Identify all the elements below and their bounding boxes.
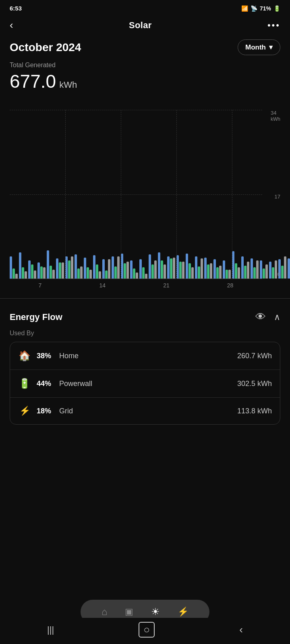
bar-green [207, 264, 209, 279]
home-kwh: 260.7 kWh [237, 352, 272, 360]
bar-group [195, 256, 203, 279]
bar-group [37, 262, 46, 279]
nav-powerwall[interactable]: ▣ [120, 605, 138, 619]
battery-nav-icon: 🔋 [18, 378, 31, 389]
stats-unit: kWh [59, 80, 77, 90]
back-sys-button[interactable]: ‹ [230, 622, 253, 638]
battery-icon: 🔋 [273, 5, 280, 12]
bar-green [253, 267, 256, 279]
bar-green [188, 263, 191, 279]
bar-blue [112, 256, 114, 279]
status-bar: 6:53 📶 📡 71% 🔋 [0, 0, 290, 15]
system-nav: ||| ○ ‹ [0, 618, 290, 644]
bar-gray [247, 262, 249, 279]
home-label: Home [59, 352, 79, 360]
bar-gray [265, 264, 268, 279]
bar-gray [238, 267, 240, 279]
bar-blue [176, 255, 179, 279]
bar-blue [223, 260, 225, 279]
bar-group [260, 260, 268, 279]
bar-group [167, 256, 175, 279]
app-header: ‹ Solar ••• [0, 15, 290, 39]
energy-item-grid: ⚡ 18% Grid 113.8 kWh [10, 398, 280, 424]
y-label-max: 34 kWh [271, 110, 280, 122]
recents-button[interactable]: ||| [37, 623, 64, 637]
bar-group [149, 254, 157, 279]
menu-button[interactable]: ••• [267, 20, 280, 31]
bar-blue [186, 254, 188, 279]
bar-group [10, 256, 18, 279]
bar-green [133, 268, 135, 279]
bar-gray [80, 266, 83, 279]
bar-blue [37, 262, 40, 279]
status-icons: 📶 📡 71% 🔋 [241, 5, 280, 12]
bar-green [68, 260, 70, 279]
powerwall-kwh: 302.5 kWh [237, 380, 272, 388]
y-label-mid: 17 [275, 194, 280, 200]
bar-blue [65, 256, 68, 279]
home-button[interactable]: ○ [139, 622, 155, 638]
collapse-icon[interactable]: ∧ [274, 312, 280, 322]
bar-green [151, 264, 154, 279]
bar-green [12, 268, 15, 279]
nav-solar[interactable]: ☀ [146, 605, 165, 619]
bar-blue [288, 258, 290, 279]
bar-green [124, 263, 126, 279]
bar-group [102, 259, 110, 279]
bar-green [263, 268, 265, 279]
bar-group [251, 258, 259, 279]
bar-blue [241, 256, 244, 279]
bar-gray [117, 256, 120, 279]
grid-kwh: 113.8 kWh [237, 407, 272, 415]
bar-green [142, 267, 145, 279]
nav-grid[interactable]: ⚡ [173, 605, 193, 619]
bar-green [96, 264, 98, 279]
bar-group [65, 256, 73, 279]
bar-blue [121, 254, 123, 279]
bar-blue [232, 251, 234, 279]
period-selector[interactable]: Month ▾ [238, 39, 280, 55]
back-button[interactable]: ‹ [10, 19, 13, 31]
x-label-28: 28 [227, 282, 234, 289]
visibility-icon[interactable]: 👁 [255, 311, 266, 323]
nav-home[interactable]: ⌂ [97, 605, 112, 619]
bar-blue [84, 258, 86, 279]
bar-group [288, 254, 290, 279]
bar-group [204, 258, 212, 279]
bar-gray [284, 256, 286, 279]
bar-gray [89, 270, 92, 279]
chart-bars-wrapper [10, 110, 262, 279]
bar-gray [173, 258, 175, 279]
x-label-21: 21 [163, 282, 170, 289]
bar-group [112, 256, 120, 279]
bar-gray [43, 267, 46, 279]
period-label: Month [245, 43, 266, 52]
energy-flow-section: Energy Flow 👁 ∧ Used By 🏠 38% Home 260.7… [0, 303, 290, 433]
energy-item-grid-left: ⚡ 18% Grid [18, 406, 73, 416]
bar-green [198, 266, 200, 279]
bar-blue [204, 258, 207, 279]
bar-group [176, 255, 184, 279]
bar-blue [158, 252, 160, 279]
energy-item-powerwall: 🔋 44% Powerwall 302.5 kWh [10, 370, 280, 398]
bar-green [281, 266, 284, 279]
bar-green [59, 262, 61, 279]
bar-blue [195, 256, 197, 279]
bar-gray [136, 272, 138, 279]
bar-blue [260, 260, 262, 279]
bar-blue [130, 260, 133, 279]
current-date: October 2024 [10, 41, 81, 54]
bar-group [75, 254, 83, 279]
x-label-7: 7 [39, 282, 42, 289]
used-by-label: Used By [10, 330, 280, 337]
stats-value: 677.0 kWh [10, 70, 280, 92]
status-time: 6:53 [10, 5, 22, 12]
powerwall-label: Powerwall [59, 380, 92, 388]
section-divider [0, 298, 290, 299]
bar-group [158, 252, 166, 279]
energy-card: 🏠 38% Home 260.7 kWh 🔋 44% Powerwall 302… [10, 342, 280, 425]
bar-green [77, 268, 80, 279]
solar-nav-icon: ☀ [151, 606, 160, 617]
page-title: Solar [129, 20, 152, 31]
bar-group [223, 260, 231, 279]
